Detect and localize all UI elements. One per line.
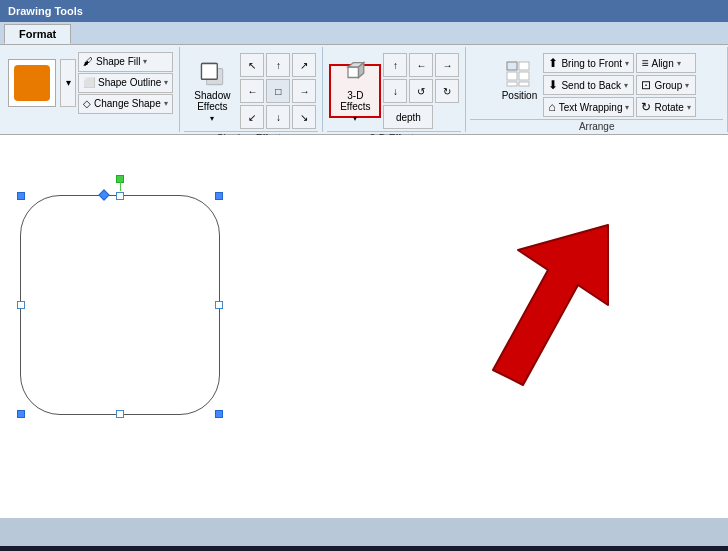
change-shape-icon: ◇	[83, 98, 91, 109]
position-label: Position	[502, 90, 538, 101]
align-btn[interactable]: ≡ Align ▾	[636, 53, 695, 73]
bring-to-front-label: Bring to Front	[561, 58, 622, 69]
3d-effects-btn[interactable]: 3-DEffects ▾	[329, 64, 381, 118]
shape-fill-btn[interactable]: 🖌 Shape Fill ▾	[78, 52, 173, 72]
position-btn[interactable]: Position	[497, 53, 541, 107]
shape-outline-label: Shape Outline	[98, 77, 161, 88]
svg-rect-9	[507, 72, 517, 80]
svg-rect-12	[519, 82, 529, 86]
text-wrapping-label: Text Wrapping	[559, 102, 623, 113]
bring-to-front-arrow[interactable]: ▾	[625, 59, 629, 68]
send-to-back-label: Send to Back	[561, 80, 620, 91]
wiki-bar: wiki How to Create a 3D Object in Micros…	[0, 546, 728, 551]
shadow-effects-icon	[196, 60, 228, 88]
tab-format[interactable]: Format	[4, 24, 71, 44]
position-icon	[505, 60, 533, 88]
shape-fill-label: Shape Fill	[96, 56, 140, 67]
text-wrapping-btn[interactable]: ⌂ Text Wrapping ▾	[543, 97, 634, 117]
shape-fill-icon: 🖌	[83, 56, 93, 67]
svg-rect-11	[507, 82, 517, 86]
align-icon: ≡	[641, 56, 648, 70]
rotate-arrow[interactable]: ▾	[687, 103, 691, 112]
shadow-direction-bl[interactable]: ↙	[240, 105, 264, 129]
group-btn[interactable]: ⊡ Group ▾	[636, 75, 695, 95]
align-arrow[interactable]: ▾	[677, 59, 681, 68]
rotate-label: Rotate	[654, 102, 683, 113]
shape-fill-dropdown-icon[interactable]: ▾	[143, 57, 147, 66]
send-to-back-icon: ⬇	[548, 78, 558, 92]
handle-mid-left[interactable]	[17, 301, 25, 309]
handle-mid-right[interactable]	[215, 301, 223, 309]
shadow-direction-tl[interactable]: ↖	[240, 53, 264, 77]
group-shadow-effects: ShadowEffects ▾ ↖ ↑ ↗ ← □ →	[180, 47, 323, 132]
shadow-direction-b[interactable]: ↓	[266, 105, 290, 129]
svg-marker-13	[493, 225, 608, 385]
group-shape-style: ▾ 🖌 Shape Fill ▾ ⬜ Shape Outline ▾	[0, 47, 180, 132]
svg-rect-8	[519, 62, 529, 70]
rotate-icon: ↻	[641, 100, 651, 114]
shape-rounded-rect[interactable]	[20, 195, 220, 415]
3d-rotate-right[interactable]: ↻	[435, 79, 459, 103]
red-arrow-cursor	[448, 215, 648, 415]
shadow-direction-r[interactable]: →	[292, 79, 316, 103]
document-area	[0, 135, 728, 546]
3d-effects-icon	[339, 60, 371, 88]
handle-bot-left[interactable]	[17, 410, 25, 418]
handle-top-right[interactable]	[215, 192, 223, 200]
3d-effects-dropdown[interactable]: ▾	[353, 114, 357, 123]
svg-rect-7	[507, 62, 517, 70]
change-shape-dropdown-icon[interactable]: ▾	[164, 99, 168, 108]
shadow-effects-btn[interactable]: ShadowEffects ▾	[186, 64, 238, 118]
shadow-direction-l[interactable]: ←	[240, 79, 264, 103]
group-icon: ⊡	[641, 78, 651, 92]
handle-top-left[interactable]	[17, 192, 25, 200]
3d-tilt-down[interactable]: ↓	[383, 79, 407, 103]
send-to-back-btn[interactable]: ⬇ Send to Back ▾	[543, 75, 634, 95]
rotate-btn[interactable]: ↻ Rotate ▾	[636, 97, 695, 117]
3d-tilt-left[interactable]: ←	[409, 53, 433, 77]
svg-marker-4	[348, 67, 359, 78]
ribbon: Format ▾ 🖌 Shape Fill ▾	[0, 22, 728, 135]
shadow-effects-label: ShadowEffects	[194, 90, 230, 112]
3d-tilt-right[interactable]: →	[435, 53, 459, 77]
title-bar-text: Drawing Tools	[8, 5, 83, 17]
shape-outline-icon: ⬜	[83, 77, 95, 88]
align-label: Align	[651, 58, 673, 69]
bring-to-front-icon: ⬆	[548, 56, 558, 70]
text-wrapping-arrow[interactable]: ▾	[625, 103, 629, 112]
shadow-direction-t[interactable]: ↑	[266, 53, 290, 77]
shape-outline-btn[interactable]: ⬜ Shape Outline ▾	[78, 73, 173, 93]
send-to-back-arrow[interactable]: ▾	[624, 81, 628, 90]
3d-depth[interactable]: depth	[383, 105, 433, 129]
bring-to-front-btn[interactable]: ⬆ Bring to Front ▾	[543, 53, 634, 73]
shape-style-buttons: 🖌 Shape Fill ▾ ⬜ Shape Outline ▾ ◇ Chang…	[78, 52, 173, 114]
shape-container[interactable]	[20, 195, 240, 435]
expand-gallery-btn[interactable]: ▾	[60, 59, 76, 107]
group-arrange: Position ⬆ Bring to Front ▾ ⬇ Send to Ba…	[466, 47, 728, 132]
group-3d-effects: 3-DEffects ▾ ↑ ← → ↓ ↺ ↻	[323, 47, 466, 132]
shadow-direction-tr[interactable]: ↗	[292, 53, 316, 77]
handle-top-mid[interactable]	[116, 192, 124, 200]
shadow-direction-br[interactable]: ↘	[292, 105, 316, 129]
svg-rect-10	[519, 72, 529, 80]
shadow-effects-dropdown[interactable]: ▾	[210, 114, 214, 123]
change-shape-label: Change Shape	[94, 98, 161, 109]
title-bar: Drawing Tools	[0, 0, 728, 22]
ribbon-content: ▾ 🖌 Shape Fill ▾ ⬜ Shape Outline ▾	[0, 44, 728, 134]
3d-rotate-left[interactable]: ↺	[409, 79, 433, 103]
arrange-group-label: Arrange	[470, 119, 723, 133]
shape-orange-icon	[14, 65, 50, 101]
shadow-direction-c[interactable]: □	[266, 79, 290, 103]
handle-bot-right[interactable]	[215, 410, 223, 418]
shape-outline-dropdown-icon[interactable]: ▾	[164, 78, 168, 87]
document-page	[0, 135, 728, 518]
handle-bot-mid[interactable]	[116, 410, 124, 418]
3d-tilt-up[interactable]: ↑	[383, 53, 407, 77]
change-shape-btn[interactable]: ◇ Change Shape ▾	[78, 94, 173, 114]
ribbon-tabs: Format	[0, 22, 728, 44]
group-label: Group	[654, 80, 682, 91]
group-arrow[interactable]: ▾	[685, 81, 689, 90]
svg-rect-3	[202, 63, 218, 79]
text-wrapping-icon: ⌂	[548, 100, 555, 114]
shape-preview	[8, 59, 56, 107]
